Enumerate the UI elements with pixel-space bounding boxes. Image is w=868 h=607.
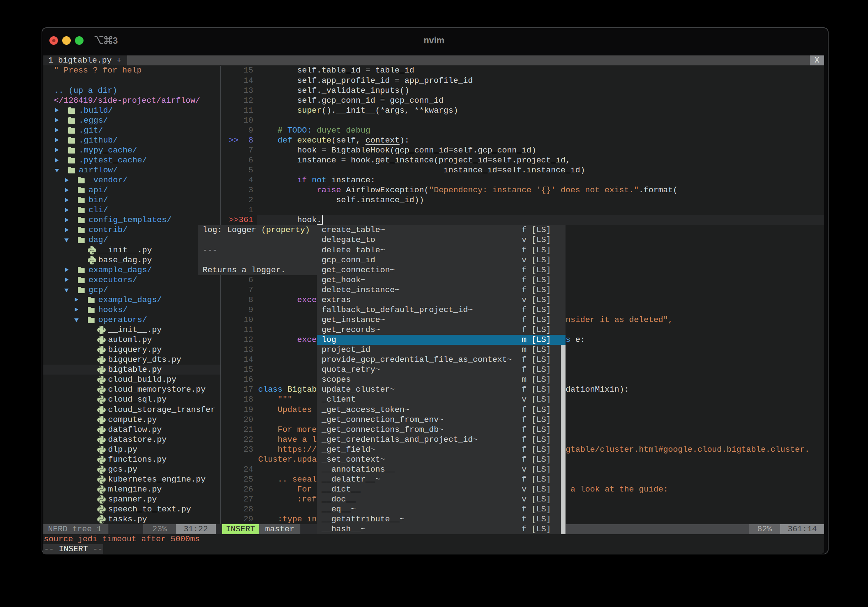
svg-text:3: 3: [113, 35, 118, 46]
